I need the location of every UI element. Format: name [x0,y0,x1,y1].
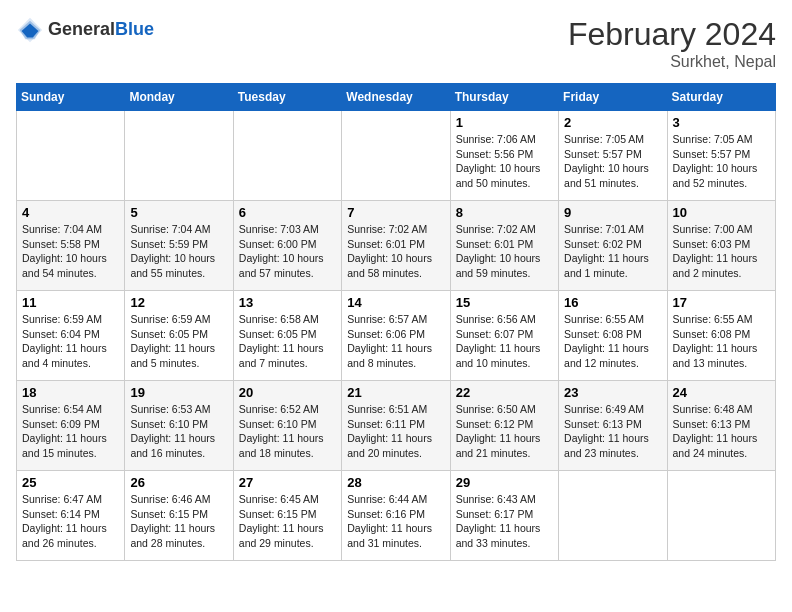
calendar-week-row: 1Sunrise: 7:06 AMSunset: 5:56 PMDaylight… [17,111,776,201]
day-number: 12 [130,295,227,310]
day-number: 8 [456,205,553,220]
calendar-cell [125,111,233,201]
cell-content: Sunrise: 6:55 AMSunset: 6:08 PMDaylight:… [673,312,770,371]
calendar-cell: 28Sunrise: 6:44 AMSunset: 6:16 PMDayligh… [342,471,450,561]
calendar-cell: 19Sunrise: 6:53 AMSunset: 6:10 PMDayligh… [125,381,233,471]
weekday-header-friday: Friday [559,84,667,111]
calendar-cell: 5Sunrise: 7:04 AMSunset: 5:59 PMDaylight… [125,201,233,291]
day-number: 19 [130,385,227,400]
calendar-week-row: 18Sunrise: 6:54 AMSunset: 6:09 PMDayligh… [17,381,776,471]
cell-content: Sunrise: 7:05 AMSunset: 5:57 PMDaylight:… [564,132,661,191]
day-number: 21 [347,385,444,400]
calendar-cell [17,111,125,201]
day-number: 16 [564,295,661,310]
calendar-table: SundayMondayTuesdayWednesdayThursdayFrid… [16,83,776,561]
calendar-cell: 26Sunrise: 6:46 AMSunset: 6:15 PMDayligh… [125,471,233,561]
cell-content: Sunrise: 6:45 AMSunset: 6:15 PMDaylight:… [239,492,336,551]
day-number: 23 [564,385,661,400]
day-number: 6 [239,205,336,220]
calendar-cell: 14Sunrise: 6:57 AMSunset: 6:06 PMDayligh… [342,291,450,381]
calendar-cell: 22Sunrise: 6:50 AMSunset: 6:12 PMDayligh… [450,381,558,471]
calendar-cell: 8Sunrise: 7:02 AMSunset: 6:01 PMDaylight… [450,201,558,291]
calendar-cell: 25Sunrise: 6:47 AMSunset: 6:14 PMDayligh… [17,471,125,561]
calendar-cell [342,111,450,201]
logo: GeneralBlue [16,16,154,44]
cell-content: Sunrise: 7:03 AMSunset: 6:00 PMDaylight:… [239,222,336,281]
calendar-cell: 21Sunrise: 6:51 AMSunset: 6:11 PMDayligh… [342,381,450,471]
calendar-cell: 4Sunrise: 7:04 AMSunset: 5:58 PMDaylight… [17,201,125,291]
logo-text: GeneralBlue [48,20,154,40]
title-block: February 2024 Surkhet, Nepal [568,16,776,71]
calendar-cell: 23Sunrise: 6:49 AMSunset: 6:13 PMDayligh… [559,381,667,471]
month-year-title: February 2024 [568,16,776,53]
weekday-header-saturday: Saturday [667,84,775,111]
calendar-cell: 17Sunrise: 6:55 AMSunset: 6:08 PMDayligh… [667,291,775,381]
cell-content: Sunrise: 6:43 AMSunset: 6:17 PMDaylight:… [456,492,553,551]
day-number: 29 [456,475,553,490]
weekday-header-tuesday: Tuesday [233,84,341,111]
weekday-header-monday: Monday [125,84,233,111]
calendar-cell: 9Sunrise: 7:01 AMSunset: 6:02 PMDaylight… [559,201,667,291]
calendar-cell: 10Sunrise: 7:00 AMSunset: 6:03 PMDayligh… [667,201,775,291]
calendar-cell: 29Sunrise: 6:43 AMSunset: 6:17 PMDayligh… [450,471,558,561]
cell-content: Sunrise: 7:05 AMSunset: 5:57 PMDaylight:… [673,132,770,191]
calendar-cell: 20Sunrise: 6:52 AMSunset: 6:10 PMDayligh… [233,381,341,471]
calendar-week-row: 11Sunrise: 6:59 AMSunset: 6:04 PMDayligh… [17,291,776,381]
day-number: 3 [673,115,770,130]
cell-content: Sunrise: 7:06 AMSunset: 5:56 PMDaylight:… [456,132,553,191]
cell-content: Sunrise: 6:58 AMSunset: 6:05 PMDaylight:… [239,312,336,371]
day-number: 15 [456,295,553,310]
day-number: 25 [22,475,119,490]
cell-content: Sunrise: 6:55 AMSunset: 6:08 PMDaylight:… [564,312,661,371]
location-subtitle: Surkhet, Nepal [568,53,776,71]
cell-content: Sunrise: 6:44 AMSunset: 6:16 PMDaylight:… [347,492,444,551]
calendar-cell: 15Sunrise: 6:56 AMSunset: 6:07 PMDayligh… [450,291,558,381]
day-number: 5 [130,205,227,220]
calendar-cell: 11Sunrise: 6:59 AMSunset: 6:04 PMDayligh… [17,291,125,381]
calendar-cell: 3Sunrise: 7:05 AMSunset: 5:57 PMDaylight… [667,111,775,201]
cell-content: Sunrise: 6:48 AMSunset: 6:13 PMDaylight:… [673,402,770,461]
calendar-cell: 24Sunrise: 6:48 AMSunset: 6:13 PMDayligh… [667,381,775,471]
weekday-header-sunday: Sunday [17,84,125,111]
day-number: 26 [130,475,227,490]
cell-content: Sunrise: 6:57 AMSunset: 6:06 PMDaylight:… [347,312,444,371]
calendar-week-row: 4Sunrise: 7:04 AMSunset: 5:58 PMDaylight… [17,201,776,291]
day-number: 1 [456,115,553,130]
cell-content: Sunrise: 6:50 AMSunset: 6:12 PMDaylight:… [456,402,553,461]
weekday-header-wednesday: Wednesday [342,84,450,111]
weekday-header-thursday: Thursday [450,84,558,111]
day-number: 9 [564,205,661,220]
calendar-week-row: 25Sunrise: 6:47 AMSunset: 6:14 PMDayligh… [17,471,776,561]
calendar-cell: 6Sunrise: 7:03 AMSunset: 6:00 PMDaylight… [233,201,341,291]
day-number: 28 [347,475,444,490]
cell-content: Sunrise: 7:04 AMSunset: 5:58 PMDaylight:… [22,222,119,281]
cell-content: Sunrise: 6:46 AMSunset: 6:15 PMDaylight:… [130,492,227,551]
cell-content: Sunrise: 6:49 AMSunset: 6:13 PMDaylight:… [564,402,661,461]
calendar-cell: 7Sunrise: 7:02 AMSunset: 6:01 PMDaylight… [342,201,450,291]
calendar-cell: 18Sunrise: 6:54 AMSunset: 6:09 PMDayligh… [17,381,125,471]
cell-content: Sunrise: 7:00 AMSunset: 6:03 PMDaylight:… [673,222,770,281]
day-number: 20 [239,385,336,400]
calendar-cell [233,111,341,201]
cell-content: Sunrise: 7:01 AMSunset: 6:02 PMDaylight:… [564,222,661,281]
day-number: 18 [22,385,119,400]
cell-content: Sunrise: 6:59 AMSunset: 6:05 PMDaylight:… [130,312,227,371]
day-number: 27 [239,475,336,490]
day-number: 4 [22,205,119,220]
day-number: 2 [564,115,661,130]
day-number: 17 [673,295,770,310]
cell-content: Sunrise: 6:56 AMSunset: 6:07 PMDaylight:… [456,312,553,371]
cell-content: Sunrise: 6:47 AMSunset: 6:14 PMDaylight:… [22,492,119,551]
calendar-cell: 12Sunrise: 6:59 AMSunset: 6:05 PMDayligh… [125,291,233,381]
cell-content: Sunrise: 6:51 AMSunset: 6:11 PMDaylight:… [347,402,444,461]
cell-content: Sunrise: 6:54 AMSunset: 6:09 PMDaylight:… [22,402,119,461]
calendar-cell: 13Sunrise: 6:58 AMSunset: 6:05 PMDayligh… [233,291,341,381]
cell-content: Sunrise: 7:04 AMSunset: 5:59 PMDaylight:… [130,222,227,281]
calendar-cell: 16Sunrise: 6:55 AMSunset: 6:08 PMDayligh… [559,291,667,381]
day-number: 13 [239,295,336,310]
day-number: 7 [347,205,444,220]
day-number: 24 [673,385,770,400]
day-number: 11 [22,295,119,310]
calendar-cell [667,471,775,561]
weekday-header-row: SundayMondayTuesdayWednesdayThursdayFrid… [17,84,776,111]
